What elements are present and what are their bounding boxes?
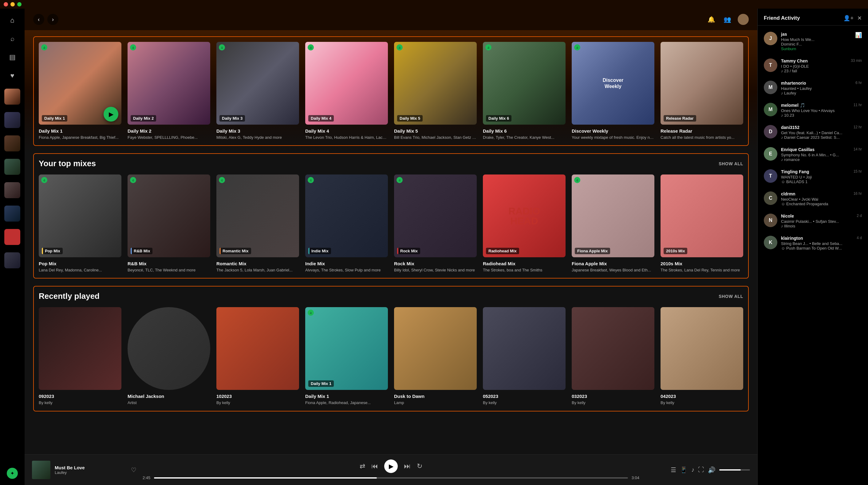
discover-weekly-card[interactable]: DiscoverWeekly ♫ Discover Weekly Your we… [572,42,654,140]
recent-8-subtitle: By kelly [660,400,743,406]
release-radar-card[interactable]: Release Radar Release Radar Catch all th… [660,42,743,140]
friend-item-tingling[interactable]: T Tingling Fang WANTED U • Joji ☺ BALLAD… [758,166,868,188]
rock-mix-card[interactable]: Rock Mix ♫ Rock Mix Billy Idol, Sheryl C… [394,174,477,273]
friend-item-dani3152[interactable]: D dani3152 Get You (feat. Kali...) • Dan… [758,121,868,143]
daily-mix-4-card[interactable]: Daily Mix 4 ♫ Daily Mix 4 The Levon Trio… [305,42,388,140]
sidebar-playlist-4[interactable] [4,159,20,175]
volume-track[interactable] [719,469,750,470]
fiona-apple-mix-card[interactable]: Fiona Apple Mix ♫ Fiona Apple Mix Japane… [572,174,654,273]
daily-mix-1-label: Daily Mix 1 [42,115,67,121]
notification-bell-icon[interactable]: 🔔 [706,14,717,25]
daily-mix-6-card[interactable]: Daily Mix 6 ♫ Daily Mix 6 Drake, Tyler, … [483,42,565,140]
back-button[interactable]: ‹ [33,14,44,25]
player-bar: Must Be Love Laufey ♡ ⇄ ⏮ ▶ ⏭ ↻ 2:45 [25,454,757,485]
2010s-mix-card[interactable]: 2010s Mix 2010s Mix The Strokes, Lana De… [660,174,743,273]
friend-time-nicole: 2 d [857,213,862,218]
sidebar-playlist-3[interactable] [4,135,20,151]
friend-avatar-klairington: K [764,236,777,249]
daily-mix-3-card[interactable]: Daily Mix 3 ♫ Daily Mix 3 Mitski, Alex G… [216,42,299,140]
recent-3-card[interactable]: 102023 By kelly [216,307,299,406]
daily-mix-6-image: Daily Mix 6 ♫ [483,42,565,125]
friend-info-mhartenorio: mhartenorio Haunted • Laufey ♪ Laufey [781,81,852,95]
close-button[interactable] [4,2,8,6]
repeat-button[interactable]: ↻ [417,462,422,470]
daily-mix-3-label: Daily Mix 3 [219,115,245,121]
progress-fill [154,477,376,479]
daily-mix-1-image: Daily Mix 1 ▶ ♫ [39,42,121,125]
sidebar-playlist-5[interactable] [4,182,20,198]
add-friend-icon[interactable]: 👥 [722,14,733,25]
friend-avatar-cldrmn: C [764,192,777,205]
recently-played-show-all-button[interactable]: Show all [719,294,743,299]
friend-name-dani3152: dani3152 [781,125,850,130]
sidebar-playlist-1[interactable] [4,89,20,105]
sidebar-search-icon[interactable]: ⌕ [7,33,18,44]
daily-mix-5-image: Daily Mix 5 ♫ [394,42,477,125]
dusk-to-dawn-card[interactable]: Dusk to Dawn Lamp [394,307,477,406]
heart-button[interactable]: ♡ [131,466,136,474]
pop-mix-card[interactable]: Pop Mix ♫ Pop Mix Lana Del Rey, Madonna,… [39,174,121,273]
spotify-logo-3: ♫ [219,44,225,51]
friend-item-enrique[interactable]: E Enrique Casillas Symphony No. 6 in A M… [758,143,868,166]
recent-6-card[interactable]: 052023 By kelly [483,307,565,406]
friend-add-button[interactable]: 👤+ [843,15,854,22]
friend-item-nicole[interactable]: N Nicole Casimir Pulaski... • Sufjan Ste… [758,210,868,232]
sidebar-spotify-icon[interactable]: ✦ [7,468,18,479]
sidebar-library-icon[interactable]: ▤ [7,52,18,63]
friend-time-tingling: 15 hr [854,169,862,174]
recent-1-card[interactable]: 092023 By kelly [39,307,121,406]
friend-song-tingling: WANTED U • Joji [781,175,850,179]
recent-4-card[interactable]: Daily Mix 1 ♫ Daily Mix 1 Fiona Apple, R… [305,307,388,406]
daily-mix-1-card[interactable]: Daily Mix 1 ▶ ♫ Daily Mix 1 Fiona Apple,… [39,42,121,140]
forward-button[interactable]: › [47,14,58,25]
sidebar-playlist-6[interactable] [4,206,20,222]
fiona-apple-mix-image: Fiona Apple Mix ♫ [572,174,654,257]
friend-item-tammy[interactable]: T Tammy Chen I DO • (G)I-DLE ♪ 23 / fall… [758,55,868,77]
daily-mix-5-subtitle: Bill Evans Trio, Michael Jackson, Stan G… [394,135,477,140]
queue-icon[interactable]: ☰ [671,466,676,474]
daily-mix-1-play-button[interactable]: ▶ [103,107,118,121]
fullscreen-icon[interactable]: ⛶ [698,466,704,473]
radiohead-mix-image: RADIOHEAD Radiohead Mix [483,174,565,257]
daily-mix-5-card[interactable]: Daily Mix 5 ♫ Daily Mix 5 Bill Evans Tri… [394,42,477,140]
recent-2-card[interactable]: Michael Jackson Artist [128,307,210,406]
romantic-mix-card[interactable]: Romantic Mix ♫ Romantic Mix The Jackson … [216,174,299,273]
radiohead-mix-card[interactable]: RADIOHEAD Radiohead Mix Radiohead Mix Th… [483,174,565,273]
top-mixes-show-all-button[interactable]: Show all [719,161,743,166]
friend-time-klairington: 4 d [857,236,862,240]
sidebar-playlist-8[interactable] [4,252,20,268]
friend-item-cldrmn[interactable]: C cldrmn NeoClear • Jvcki Wai ☺ Enchante… [758,188,868,210]
maximize-button[interactable] [17,2,22,6]
recent-3-title: 102023 [216,394,299,399]
previous-button[interactable]: ⏮ [371,462,378,470]
friend-panel-close-button[interactable]: ✕ [857,15,862,22]
next-button[interactable]: ⏭ [404,462,411,470]
friend-item-melomel[interactable]: M melomel 🎵 Ones Who Love You • Alvvays … [758,99,868,121]
friend-name-melomel: melomel 🎵 [781,103,850,108]
friend-item-jas[interactable]: J jas How Much Is We... Dominic F... Sun… [758,28,868,55]
sidebar-heart-icon[interactable]: ♥ [7,70,18,81]
recent-7-card[interactable]: 032023 By kelly [572,307,654,406]
devices-icon[interactable]: 📱 [680,466,688,474]
sidebar-playlist-2[interactable] [4,112,20,128]
recent-1-subtitle: By kelly [39,400,121,406]
indie-mix-card[interactable]: Indie Mix ♫ Indie Mix Alvvays, The Strok… [305,174,388,273]
shuffle-button[interactable]: ⇄ [360,462,365,470]
friend-avatar-dani3152: D [764,125,777,139]
lyrics-icon[interactable]: ♪ [691,466,694,473]
daily-mix-2-card[interactable]: Daily Mix 2 ♫ Daily Mix 2 Faye Webster, … [128,42,210,140]
sidebar-home-icon[interactable]: ⌂ [7,15,18,26]
progress-track[interactable] [154,477,628,479]
friend-item-mhartenorio[interactable]: M mhartenorio Haunted • Laufey ♪ Laufey … [758,77,868,99]
recent-8-card[interactable]: 042023 By kelly [660,307,743,406]
volume-icon[interactable]: 🔊 [708,466,716,474]
player-buttons: ⇄ ⏮ ▶ ⏭ ↻ [360,459,422,473]
rnb-mix-card[interactable]: R&B Mix ♫ R&B Mix Beyoncé, TLC, The Week… [128,174,210,273]
player-track: Must Be Love Laufey ♡ [32,461,136,479]
friend-item-klairington[interactable]: K klairington String Bean J... • Belle a… [758,232,868,254]
sidebar-playlist-7[interactable] [4,229,20,245]
rock-mix-title: Rock Mix [394,261,477,266]
minimize-button[interactable] [10,2,15,6]
play-pause-button[interactable]: ▶ [384,459,398,473]
profile-avatar[interactable] [738,14,749,25]
